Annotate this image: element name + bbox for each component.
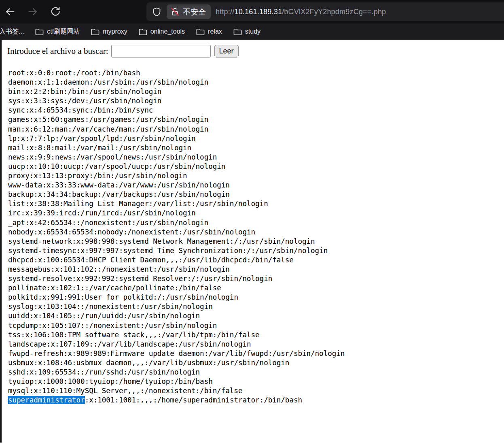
url-text[interactable]: http://10.161.189.31/bGVlX2FyY2hpdm9zCg=…	[216, 8, 386, 16]
insecure-lock-icon	[170, 7, 180, 17]
address-bar[interactable]: 不安全 http://10.161.189.31/bGVlX2FyY2hpdm9…	[146, 2, 504, 21]
file-path-input[interactable]	[111, 45, 211, 57]
bookmark-label: relax	[208, 28, 222, 35]
bookmark-item[interactable]: relax	[196, 28, 222, 36]
read-file-button[interactable]: Leer	[214, 45, 239, 57]
bookmark-item[interactable]: ctf刷题网站	[35, 28, 80, 36]
bookmarks-bar: 入书签... ctf刷题网站 myproxy online_tools	[0, 23, 504, 40]
file-read-form: Introduce el archivo a buscar: Leer	[7, 45, 239, 57]
folder-icon	[91, 28, 100, 36]
back-button[interactable]	[3, 5, 17, 19]
forward-arrow-icon	[27, 6, 38, 17]
bookmark-label: online_tools	[150, 28, 185, 35]
folder-icon	[35, 28, 44, 36]
url-scheme: http://	[216, 8, 234, 16]
tracking-prevention-shield-icon[interactable]	[152, 7, 162, 17]
bookmark-item[interactable]: study	[233, 28, 260, 36]
browser-chrome: 不安全 http://10.161.189.31/bGVlX2FyY2hpdm9…	[0, 0, 504, 40]
folder-icon	[139, 28, 147, 36]
security-badge-label: 不安全	[183, 8, 206, 16]
page-content: Introduce el archivo a buscar: Leer root…	[0, 40, 504, 447]
back-arrow-icon	[4, 6, 16, 17]
form-label: Introduce el archivo a buscar:	[7, 46, 108, 56]
reload-button[interactable]	[49, 5, 62, 19]
url-host: 10.161.189.31	[234, 8, 282, 16]
forward-button[interactable]	[26, 5, 40, 19]
selected-text: superadministrator	[8, 396, 85, 404]
bookmark-label: 入书签...	[0, 28, 24, 36]
passwd-output: root:x:0:0:root:/root:/bin/bash daemon:x…	[8, 68, 345, 405]
browser-toolbar: 不安全 http://10.161.189.31/bGVlX2FyY2hpdm9…	[0, 0, 504, 23]
url-path: /bGVlX2FyY2hpdm9zCg==.php	[282, 8, 386, 16]
bookmark-item[interactable]: myproxy	[91, 28, 127, 36]
bookmark-label: ctf刷题网站	[47, 28, 80, 36]
bookmark-label: myproxy	[103, 28, 127, 35]
window-edge-strip	[0, 40, 2, 443]
reload-icon	[50, 6, 61, 17]
folder-icon	[233, 28, 242, 36]
bookmark-item[interactable]: online_tools	[139, 28, 185, 36]
bookmark-label: study	[245, 28, 260, 35]
security-badge[interactable]: 不安全	[167, 4, 211, 19]
folder-icon	[196, 28, 205, 36]
bookmark-item[interactable]: 入书签...	[0, 28, 24, 36]
